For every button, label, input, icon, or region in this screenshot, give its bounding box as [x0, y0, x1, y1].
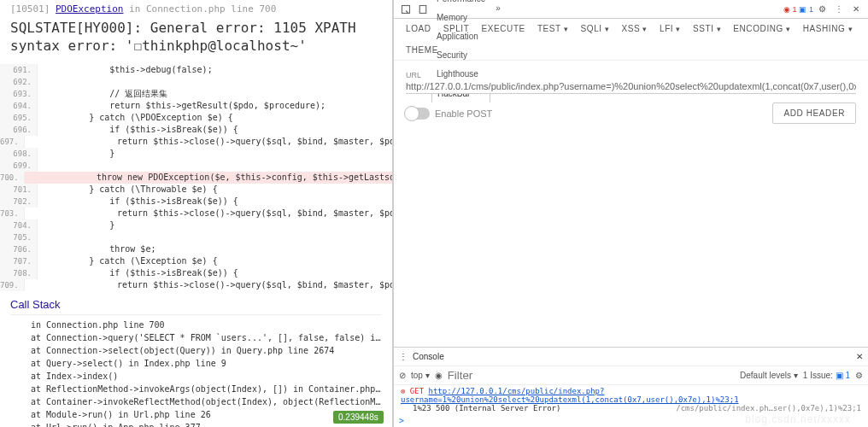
toolbar-theme[interactable]: THEME	[406, 45, 438, 55]
code-line: 709. return $this->close()->query($sql, …	[0, 279, 392, 291]
code-line: 708. if ($this->isBreak($e)) {	[0, 267, 392, 279]
stack-frame[interactable]: at Connection->select(object(Query)) in …	[31, 344, 382, 357]
code-line: 701. } catch (\Throwable $e) {	[0, 184, 392, 196]
inspect-icon[interactable]	[400, 3, 412, 15]
console-tab[interactable]: Console	[408, 352, 449, 361]
svg-rect-0	[402, 5, 410, 13]
code-line: 694. return $this->getResult($pdo, $proc…	[0, 100, 392, 112]
hackbar-toolbar: LOADSPLITEXECUTETESTSQLIXSSLFISSTIENCODI…	[394, 19, 868, 61]
context-dropdown[interactable]: top ▾	[411, 371, 430, 380]
log-location[interactable]: /cms/public/index.ph…ser(),0x7e),1)%23;1	[676, 404, 861, 412]
stack-frame[interactable]: in Connection.php line 700	[31, 319, 382, 331]
stack-frame[interactable]: at Connection->query('SELECT * FROM `use…	[31, 331, 382, 344]
source-code-block: 691. $this->debug(false);692.693. // 返回结…	[0, 64, 392, 291]
devtools-tabs-bar: ElementsConsoleSourcesNetworkPerformance…	[394, 0, 868, 19]
devtools-tab-performance[interactable]: Performance	[431, 0, 490, 9]
error-title: SQLSTATE[HY000]: General error: 1105 XPA…	[10, 15, 382, 64]
kebab-icon[interactable]: ⋮	[833, 3, 845, 15]
code-line: 697. return $this->close()->query($sql, …	[0, 136, 392, 148]
console-filter-bar: ⊘ top ▾ ◉ Default levels ▾ 1 Issue: ▣ 1 …	[394, 366, 868, 384]
console-settings-icon[interactable]: ⚙	[855, 371, 863, 380]
toolbar-test[interactable]: TEST	[537, 24, 569, 33]
code-line: 696. if ($this->isBreak($e)) {	[0, 124, 392, 136]
console-kebab-icon[interactable]: ⋮	[399, 352, 408, 361]
console-drawer-bar: ⋮ Console ✕	[394, 347, 868, 366]
code-line: 699.	[0, 160, 392, 172]
enable-post-label: Enable POST	[435, 108, 492, 119]
code-line: 695. } catch (\PDOException $e) {	[0, 112, 392, 124]
timing-badge: 0.239448s	[333, 411, 384, 424]
code-line: 707. } catch (\Exception $e) {	[0, 255, 392, 267]
error-badge[interactable]: ◉ 1	[783, 5, 797, 14]
url-row: URL	[394, 61, 868, 97]
toolbar-sqli[interactable]: SQLI	[581, 24, 610, 33]
exception-tag: [10501] PDOException in Connection.php l…	[10, 3, 382, 15]
toolbar-xss[interactable]: XSS	[621, 24, 648, 33]
code-line: 706. throw $e;	[0, 243, 392, 255]
error-page-panel: [10501] PDOException in Connection.php l…	[0, 0, 393, 427]
svg-rect-1	[419, 5, 426, 13]
eye-icon[interactable]: ◉	[435, 371, 443, 380]
toolbar-ssti[interactable]: SSTI	[693, 24, 721, 33]
stack-frame[interactable]: at Query->select() in Index.php line 9	[31, 357, 382, 370]
stack-frame[interactable]: at ReflectionMethod->invokeArgs(object(I…	[31, 383, 382, 395]
error-icon: ⊗	[401, 387, 405, 395]
toolbar-execute[interactable]: EXECUTE	[481, 24, 525, 33]
code-line: 692.	[0, 76, 392, 88]
code-line: 700. throw new PDOException($e, $this->c…	[0, 172, 392, 184]
log-method: GET	[410, 387, 424, 395]
log-url-link[interactable]: http://127.0.0.1/cms/public/index.php?us…	[401, 387, 739, 404]
levels-dropdown[interactable]: Default levels ▾	[740, 371, 798, 380]
code-line: 703. return $this->close()->query($sql, …	[0, 208, 392, 219]
clear-console-icon[interactable]: ⊘	[399, 371, 406, 380]
error-location: in Connection.php line 700	[129, 3, 276, 15]
code-line: 704. }	[0, 219, 392, 231]
error-id: [10501]	[10, 3, 50, 15]
watermark: blog.csdn.net/xxxxx	[745, 413, 851, 425]
stack-frame[interactable]: at Module->run() in Url.php line 26	[31, 408, 382, 421]
code-line: 702. if ($this->isBreak($e)) {	[0, 196, 392, 208]
code-line: 705.	[0, 231, 392, 243]
url-label: URL	[406, 71, 421, 79]
issues-link[interactable]: 1 Issue: ▣ 1	[803, 371, 850, 380]
enable-post-toggle[interactable]: Enable POST	[406, 108, 492, 120]
code-line: 693. // 返回结果集	[0, 88, 392, 100]
device-icon[interactable]	[417, 3, 429, 15]
console-close-icon[interactable]: ✕	[856, 352, 863, 361]
settings-icon[interactable]: ⚙	[816, 3, 828, 15]
more-tabs-icon[interactable]: »	[490, 0, 506, 19]
stack-frame[interactable]: at Index->index()	[31, 370, 382, 383]
code-line: 698. }	[0, 148, 392, 160]
close-icon[interactable]: ✕	[850, 3, 862, 15]
code-line: 691. $this->debug(false);	[0, 64, 392, 76]
callstack-list: in Connection.php line 700at Connection-…	[10, 315, 382, 427]
toolbar-encoding[interactable]: ENCODING	[733, 24, 790, 33]
exception-class-link[interactable]: PDOException	[56, 3, 123, 15]
stack-frame[interactable]: at Url->run() in App.php line 377	[31, 421, 382, 427]
toggle-switch[interactable]	[406, 108, 430, 120]
console-filter-input[interactable]	[448, 369, 516, 382]
callstack-heading: Call Stack	[10, 298, 382, 315]
devtools-panel: ElementsConsoleSourcesNetworkPerformance…	[393, 0, 868, 427]
toolbar-lfi[interactable]: LFI	[660, 24, 681, 33]
url-input[interactable]	[406, 79, 856, 94]
toolbar-split[interactable]: SPLIT	[443, 24, 470, 33]
toolbar-load[interactable]: LOAD	[406, 24, 431, 33]
console-log-entry: ⊗ GET http://127.0.0.1/cms/public/index.…	[394, 384, 868, 414]
add-header-button[interactable]: ADD HEADER	[772, 102, 856, 124]
info-badge[interactable]: ▣ 1	[799, 5, 813, 14]
hackbar-body	[394, 129, 868, 347]
toolbar-hashing[interactable]: HASHING	[803, 24, 853, 33]
stack-frame[interactable]: at Container->invokeReflectMethod(object…	[31, 395, 382, 408]
